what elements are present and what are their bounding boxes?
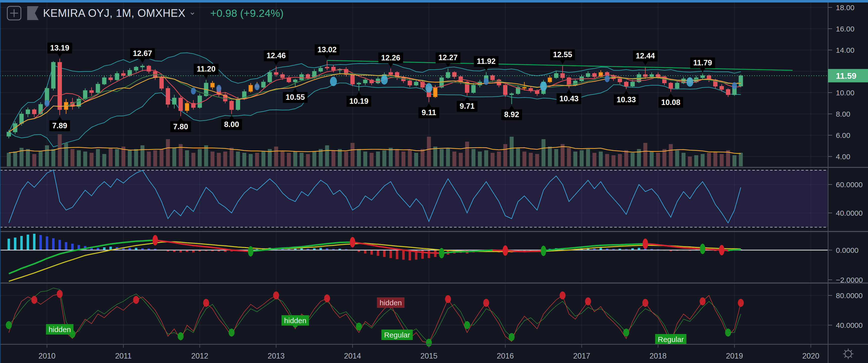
macd-pane: [0, 234, 828, 281]
svg-text:hidden: hidden: [284, 316, 306, 325]
svg-text:10.43: 10.43: [559, 94, 579, 103]
rsi-pane: [0, 170, 828, 227]
svg-text:8.00: 8.00: [224, 120, 239, 129]
chevron-down-icon[interactable]: ⌄: [189, 7, 196, 17]
svg-text:7.80: 7.80: [173, 122, 188, 131]
svg-text:10.08: 10.08: [661, 98, 681, 107]
svg-text:13.19: 13.19: [50, 44, 69, 52]
svg-text:10.19: 10.19: [349, 97, 369, 106]
add-symbol-button[interactable]: [7, 6, 21, 20]
stoch-pane: hiddenhiddenhiddenRegularRegular: [6, 288, 744, 347]
svg-text:11.20: 11.20: [197, 65, 216, 73]
chart-canvas[interactable]: 13.1912.6711.2012.4613.0212.2612.2711.92…: [0, 0, 868, 363]
svg-text:12.46: 12.46: [267, 51, 286, 60]
svg-text:12.67: 12.67: [133, 49, 152, 58]
svg-text:12.55: 12.55: [553, 50, 572, 59]
svg-text:12.44: 12.44: [636, 52, 655, 60]
time-axis[interactable]: [0, 344, 828, 363]
symbol-logo: [27, 6, 38, 20]
settings-button[interactable]: [838, 346, 858, 362]
svg-text:11.92: 11.92: [477, 57, 496, 66]
svg-text:Regular: Regular: [384, 331, 410, 339]
left-accent-border: [0, 2, 1, 363]
svg-text:10.33: 10.33: [617, 95, 636, 104]
window-accent-bar: [0, 0, 868, 2]
svg-text:12.27: 12.27: [438, 53, 458, 62]
price-axis[interactable]: [828, 2, 868, 344]
svg-text:10.55: 10.55: [286, 93, 305, 102]
trading-chart-app: 13.1912.6711.2012.4613.0212.2612.2711.92…: [0, 0, 868, 363]
svg-text:7.89: 7.89: [52, 121, 67, 130]
gear-icon: [840, 346, 856, 362]
svg-text:8.92: 8.92: [504, 110, 519, 119]
symbol-title[interactable]: KEMIRA OYJ, 1M, OMXHEX: [43, 7, 185, 19]
svg-text:hidden: hidden: [49, 325, 71, 334]
svg-text:Regular: Regular: [658, 335, 684, 343]
price-change-text: +0.98 (+9.24%): [210, 7, 283, 19]
svg-text:12.26: 12.26: [381, 54, 400, 62]
chart-header: KEMIRA OYJ, 1M, OMXHEX ⌄ +0.98 (+9.24%): [0, 4, 284, 22]
svg-text:11.79: 11.79: [693, 58, 712, 67]
svg-text:13.02: 13.02: [317, 45, 337, 54]
svg-text:9.71: 9.71: [460, 102, 474, 110]
svg-text:9.11: 9.11: [422, 108, 436, 117]
svg-text:hidden: hidden: [380, 299, 402, 307]
volume-bars: [7, 134, 743, 166]
